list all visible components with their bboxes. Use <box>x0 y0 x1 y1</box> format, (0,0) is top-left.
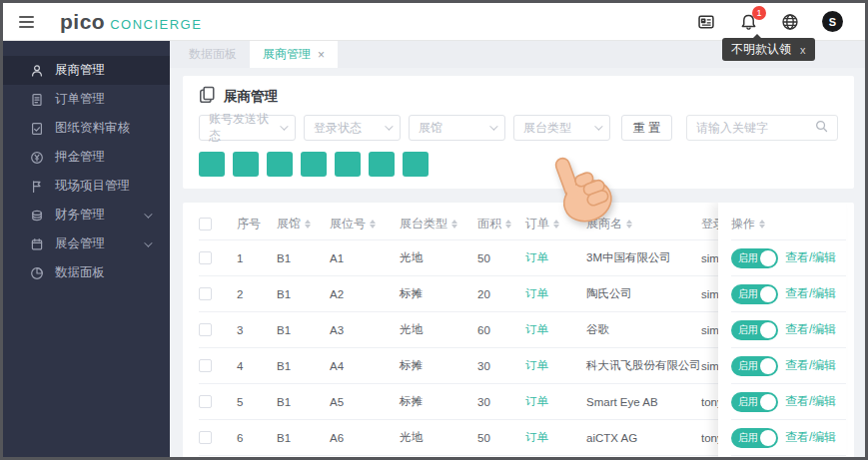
column-header[interactable]: 展馆 <box>277 216 330 232</box>
cell-booth: A5 <box>330 396 400 408</box>
sidebar-item[interactable]: 展商管理 <box>3 56 170 85</box>
enable-toggle[interactable]: 启用 <box>731 320 778 340</box>
cell-hall: B1 <box>277 252 330 264</box>
row-checkbox[interactable] <box>199 251 212 264</box>
sort-carets-icon[interactable] <box>759 220 765 229</box>
operation-row: 启用 查看/编辑 <box>731 239 846 275</box>
order-link[interactable]: 订单 <box>525 286 548 301</box>
search-icon[interactable] <box>815 119 828 137</box>
sort-carets-icon[interactable] <box>553 220 559 229</box>
sort-carets-icon[interactable] <box>505 220 511 229</box>
sidebar-item[interactable]: 押金管理 <box>3 143 170 172</box>
exhibitor-icon <box>30 64 44 78</box>
cell-booth: A4 <box>330 360 400 372</box>
view-edit-link[interactable]: 查看/编辑 <box>785 321 836 338</box>
tab-label: 数据面板 <box>189 46 237 63</box>
sidebar-item-label: 押金管理 <box>55 149 105 166</box>
cell-exhibitor-name: Smart Eye AB <box>586 396 701 408</box>
sidebar-item[interactable]: 现场项目管理 <box>3 172 170 201</box>
chevron-down-icon <box>489 122 497 130</box>
exhibition-icon <box>30 237 44 251</box>
filter-row: 账号发送状态 登录状态 展馆 展台类型 <box>199 115 838 141</box>
cell-hall: B1 <box>277 324 330 336</box>
finance-icon <box>30 209 44 223</box>
cell-index: 4 <box>237 360 277 372</box>
chevron-down-icon <box>144 238 152 246</box>
toolbar-button[interactable] <box>199 152 225 177</box>
order-link[interactable]: 订单 <box>525 250 548 265</box>
view-edit-link[interactable]: 查看/编辑 <box>785 393 836 410</box>
operation-header-label: 操作 <box>731 216 755 232</box>
row-checkbox[interactable] <box>199 323 212 336</box>
tooltip-close-icon[interactable]: x <box>800 44 806 56</box>
order-link[interactable]: 订单 <box>525 322 548 337</box>
view-edit-link[interactable]: 查看/编辑 <box>785 429 836 446</box>
topbar-actions: 1 S <box>696 11 843 32</box>
toolbar-button[interactable] <box>335 152 361 177</box>
enable-toggle[interactable]: 启用 <box>731 248 778 268</box>
enable-toggle[interactable]: 启用 <box>731 284 778 304</box>
view-edit-link[interactable]: 查看/编辑 <box>785 285 836 302</box>
column-header[interactable]: 展商名 <box>586 216 701 232</box>
language-globe-icon[interactable] <box>780 12 800 32</box>
dropdown-placeholder: 展馆 <box>419 120 442 137</box>
row-checkbox[interactable] <box>199 287 212 300</box>
toolbar-button[interactable] <box>233 152 259 177</box>
dropdown-placeholder: 登录状态 <box>314 120 362 137</box>
toolbar-button[interactable] <box>301 152 327 177</box>
tab[interactable]: 展商管理 × <box>250 41 338 68</box>
user-avatar[interactable]: S <box>822 11 843 32</box>
view-edit-link[interactable]: 查看/编辑 <box>785 249 836 266</box>
hamburger-menu-icon[interactable] <box>19 16 34 28</box>
cell-hall: B1 <box>277 360 330 372</box>
reset-button[interactable]: 重 置 <box>621 115 672 141</box>
enable-toggle[interactable]: 启用 <box>731 392 778 412</box>
order-link[interactable]: 订单 <box>525 358 548 373</box>
column-header[interactable]: 序号 <box>237 216 277 232</box>
order-link[interactable]: 订单 <box>525 430 548 445</box>
filter-dropdown[interactable]: 账号发送状态 <box>199 115 296 141</box>
column-header[interactable]: 展位号 <box>330 216 400 232</box>
search-input[interactable] <box>696 121 815 135</box>
claim-list-icon[interactable] <box>696 12 716 32</box>
sort-carets-icon[interactable] <box>370 220 376 229</box>
select-all-checkbox[interactable] <box>199 218 212 230</box>
tab-close-icon[interactable]: × <box>318 48 325 62</box>
sort-carets-icon[interactable] <box>626 220 632 229</box>
cell-area: 50 <box>477 252 525 264</box>
column-header-label: 序号 <box>237 216 261 232</box>
cell-index: 1 <box>237 252 277 264</box>
row-checkbox[interactable] <box>199 395 212 408</box>
filter-dropdown[interactable]: 登录状态 <box>304 115 401 141</box>
toolbar-button[interactable] <box>267 152 293 177</box>
sidebar-item[interactable]: 数据面板 <box>3 258 170 287</box>
sort-carets-icon[interactable] <box>305 220 311 229</box>
filter-dropdown[interactable]: 展台类型 <box>513 115 610 141</box>
row-checkbox[interactable] <box>199 431 212 444</box>
order-link[interactable]: 订单 <box>525 394 548 409</box>
row-checkbox[interactable] <box>199 359 212 372</box>
sidebar-item[interactable]: 订单管理 <box>3 85 170 114</box>
tab[interactable]: 数据面板 <box>176 41 250 68</box>
sidebar-item-label: 现场项目管理 <box>55 178 130 195</box>
toolbar-button[interactable] <box>369 152 395 177</box>
filter-dropdown[interactable]: 展馆 <box>409 115 505 141</box>
view-edit-link[interactable]: 查看/编辑 <box>785 357 836 374</box>
cell-exhibitor-name: 3M中国有限公司 <box>586 250 701 265</box>
sort-carets-icon[interactable] <box>451 220 457 229</box>
cell-hall: B1 <box>277 288 330 300</box>
cell-booth-type: 标摊 <box>400 358 477 373</box>
cell-booth-type: 光地 <box>400 250 477 265</box>
action-button-row <box>199 152 838 177</box>
column-header[interactable]: 订单 <box>525 216 586 232</box>
enable-toggle[interactable]: 启用 <box>731 356 778 376</box>
cell-exhibitor-name: aiCTX AG <box>586 432 701 444</box>
sidebar-item[interactable]: 展会管理 <box>3 230 170 258</box>
enable-toggle[interactable]: 启用 <box>731 428 778 448</box>
column-header[interactable]: 展台类型 <box>400 216 477 232</box>
column-header[interactable]: 面积 <box>477 216 525 232</box>
sidebar-item[interactable]: 图纸资料审核 <box>3 114 170 143</box>
sidebar-item[interactable]: 财务管理 <box>3 201 170 230</box>
toolbar-button[interactable] <box>403 152 429 177</box>
drawing-review-icon <box>30 122 44 136</box>
